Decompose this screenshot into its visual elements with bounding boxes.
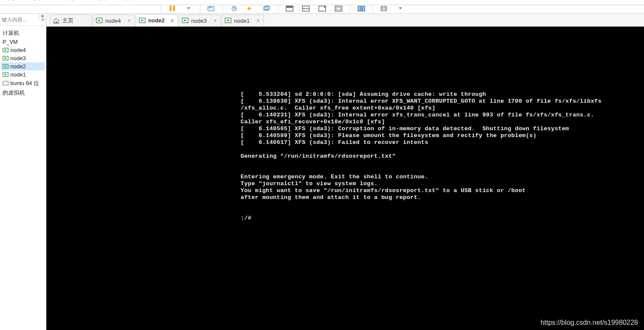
vm-tree: 计算机 P_VM node4 node3 node2 node1 [0, 26, 46, 98]
tree-item-label: node4 [10, 47, 26, 53]
tree-item-host[interactable]: 计算机 [1, 28, 45, 38]
tree-item-label: node1 [10, 71, 26, 78]
tab-label: node2 [148, 17, 165, 24]
tab-close-icon[interactable]: × [168, 17, 174, 24]
search-input[interactable] [0, 17, 41, 23]
svg-rect-22 [3, 81, 8, 85]
tree-item-label: buntu 64 位 [10, 79, 39, 87]
vm-on-icon [3, 56, 9, 61]
send-keys-button[interactable] [205, 5, 217, 13]
snapshot-button[interactable] [228, 5, 240, 13]
toolbar-separator [372, 5, 373, 13]
svg-rect-8 [286, 6, 293, 8]
tree-item-vm[interactable]: node1 [1, 70, 45, 79]
toolbar-separator [278, 5, 278, 13]
tab-close-icon[interactable]: × [254, 17, 260, 24]
tree-item-vm[interactable]: node3 [1, 54, 45, 62]
tab-label: 主页 [62, 17, 73, 24]
menu-tabs[interactable]: 选项卡(T) [82, 0, 106, 1]
terminal-console[interactable]: [ 5.533204] sd 2:0:0:0: [sda] Assuming d… [46, 27, 644, 330]
menu-vm[interactable]: 虚拟机(M) [49, 0, 74, 1]
tree-item-folder[interactable]: 的虚拟机 [1, 88, 45, 98]
svg-rect-6 [265, 6, 269, 9]
tab-label: node4 [105, 18, 121, 24]
tab-label: node1 [234, 18, 250, 24]
svg-rect-12 [335, 6, 342, 11]
tabstrip: 主页 node4 × node2 × node3 × node1 × [46, 14, 644, 27]
tree-item-label: 计算机 [3, 29, 19, 37]
sidebar: ▼ ✕ 计算机 P_VM node4 node3 node2 [0, 14, 46, 330]
toolbar-separator [161, 5, 161, 13]
toolbar-dropdown-icon[interactable] [183, 5, 195, 13]
menubar: 辑(E) 查看(V) 虚拟机(M) 选项卡(T) 帮助(H) [0, 0, 644, 5]
library-button[interactable] [378, 5, 390, 13]
view-unity-button[interactable] [316, 5, 328, 13]
vm-off-icon [3, 81, 9, 86]
vm-on-icon [3, 48, 9, 53]
tree-item-label: P_VM [3, 39, 18, 45]
tab-close-icon[interactable]: × [125, 17, 131, 24]
tree-item-folder[interactable]: P_VM [1, 38, 45, 46]
vm-on-icon [3, 72, 9, 77]
view-thumbnail-button[interactable] [300, 5, 312, 13]
svg-rect-13 [336, 7, 341, 10]
manage-snapshot-button[interactable] [261, 5, 273, 13]
toolbar-dropdown-icon[interactable] [394, 5, 406, 13]
tab-vm[interactable]: node3 × [179, 15, 221, 26]
tab-label: node3 [191, 18, 207, 24]
menu-view[interactable]: 查看(V) [22, 0, 41, 1]
toolbar [0, 5, 644, 14]
tab-vm[interactable]: node2 × [136, 14, 178, 26]
toolbar-separator [223, 5, 223, 13]
tree-item-vm[interactable]: node4 [1, 46, 45, 54]
revert-snapshot-button[interactable] [244, 5, 256, 13]
tree-item-label: 的虚拟机 [3, 89, 25, 97]
view-console-button[interactable] [284, 5, 296, 13]
svg-rect-23 [55, 21, 57, 23]
tree-item-vm[interactable]: buntu 64 位 [1, 79, 45, 88]
menu-help[interactable]: 帮助(H) [113, 0, 132, 1]
tab-close-icon[interactable]: × [211, 17, 217, 24]
home-icon [53, 18, 60, 24]
vm-on-icon [225, 18, 232, 24]
svg-rect-5 [264, 7, 268, 10]
vm-on-icon [96, 18, 103, 24]
tree-item-vm[interactable]: node2 [1, 62, 45, 70]
vm-on-icon [3, 64, 9, 69]
tree-item-label: node3 [10, 55, 26, 61]
tree-item-label: node2 [10, 63, 26, 70]
svg-rect-2 [208, 6, 214, 11]
svg-rect-1 [173, 6, 175, 11]
vm-on-icon [182, 18, 189, 24]
tab-vm[interactable]: node4 × [93, 15, 135, 26]
fullscreen-button[interactable] [355, 5, 367, 13]
menu-edit[interactable]: 辑(E) [2, 0, 15, 1]
sidebar-close-button[interactable]: ✕ [39, 13, 46, 19]
toolbar-separator [200, 5, 200, 13]
svg-rect-3 [209, 7, 212, 8]
vm-on-icon [139, 18, 146, 24]
pause-button[interactable] [166, 5, 178, 13]
tab-home[interactable]: 主页 [50, 15, 92, 26]
toolbar-separator [350, 5, 350, 13]
svg-rect-15 [381, 6, 386, 11]
view-stretch-button[interactable] [333, 5, 345, 13]
tab-vm[interactable]: node1 × [222, 15, 264, 26]
sidebar-search: ▼ ✕ [0, 14, 46, 26]
svg-rect-0 [170, 6, 171, 11]
content: 主页 node4 × node2 × node3 × node1 × [46, 14, 644, 330]
